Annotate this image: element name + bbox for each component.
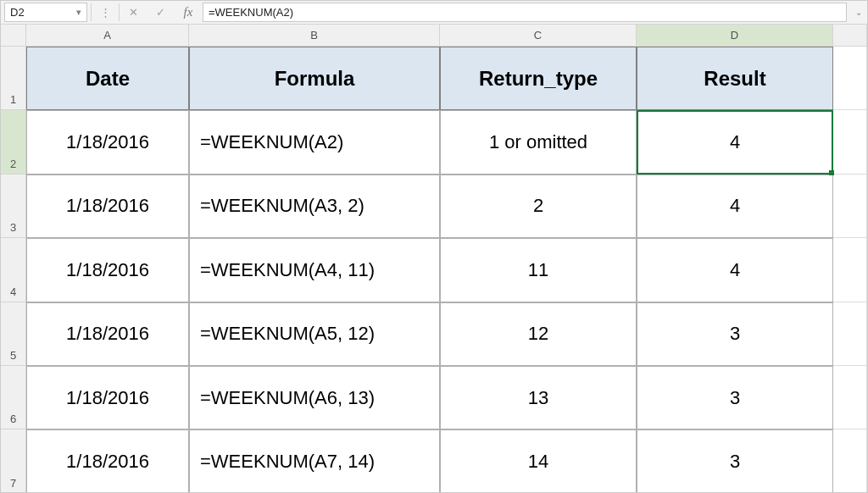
header-return-type[interactable]: Return_type (440, 47, 637, 110)
column-header-A[interactable]: A (26, 25, 189, 47)
name-box[interactable]: D2 ▾ (4, 3, 87, 22)
cell-A2[interactable]: 1/18/2016 (26, 110, 189, 174)
cell-D7[interactable]: 3 (637, 429, 833, 492)
column-header-blank[interactable] (833, 25, 867, 47)
chevron-down-icon[interactable]: ▾ (76, 7, 81, 18)
cell-blank[interactable] (833, 47, 867, 110)
cell-B4[interactable]: =WEEKNUM(A4, 11) (189, 238, 440, 302)
header-result[interactable]: Result (637, 47, 833, 110)
spreadsheet-grid[interactable]: A B C D 1 Date Formula Return_type Resul… (1, 25, 867, 492)
cell-B6[interactable]: =WEEKNUM(A6, 13) (189, 366, 440, 429)
select-all-corner[interactable] (1, 25, 26, 47)
row-header-1[interactable]: 1 (1, 47, 26, 110)
cell-C6[interactable]: 13 (440, 366, 637, 429)
cell-B7[interactable]: =WEEKNUM(A7, 14) (189, 429, 440, 492)
cell-B5[interactable]: =WEEKNUM(A5, 12) (189, 302, 440, 366)
cell-blank[interactable] (833, 238, 867, 302)
cell-blank[interactable] (833, 302, 867, 366)
column-header-B[interactable]: B (189, 25, 440, 47)
row-header-4[interactable]: 4 (1, 238, 26, 302)
cell-D2[interactable]: 4 (637, 110, 833, 174)
fx-icon[interactable]: fx (174, 1, 203, 24)
formula-text: =WEEKNUM(A2) (209, 6, 293, 19)
cell-C3[interactable]: 2 (440, 174, 637, 238)
cell-C7[interactable]: 14 (440, 429, 637, 492)
formula-expand-icon[interactable]: ⌄ (850, 1, 867, 24)
row-header-5[interactable]: 5 (1, 302, 26, 366)
cell-blank[interactable] (833, 366, 867, 429)
name-box-value: D2 (10, 6, 76, 19)
column-header-C[interactable]: C (440, 25, 637, 47)
cell-C2[interactable]: 1 or omitted (440, 110, 637, 174)
cell-A6[interactable]: 1/18/2016 (26, 366, 189, 429)
row-header-7[interactable]: 7 (1, 429, 26, 492)
cell-blank[interactable] (833, 174, 867, 238)
cell-D5[interactable]: 3 (637, 302, 833, 366)
cell-C4[interactable]: 11 (440, 238, 637, 302)
name-box-expand-icon[interactable]: ⋮ (92, 1, 119, 24)
row-header-2[interactable]: 2 (1, 110, 26, 174)
row-header-6[interactable]: 6 (1, 366, 26, 429)
cell-C5[interactable]: 12 (440, 302, 637, 366)
cell-blank[interactable] (833, 110, 867, 174)
cell-B2[interactable]: =WEEKNUM(A2) (189, 110, 440, 174)
formula-input[interactable]: =WEEKNUM(A2) (203, 3, 847, 22)
cell-A5[interactable]: 1/18/2016 (26, 302, 189, 366)
app-root: D2 ▾ ⋮ ✕ ✓ fx =WEEKNUM(A2) ⌄ A B C D 1 D… (0, 0, 868, 493)
cell-A7[interactable]: 1/18/2016 (26, 429, 189, 492)
cell-D4[interactable]: 4 (637, 238, 833, 302)
cell-B3[interactable]: =WEEKNUM(A3, 2) (189, 174, 440, 238)
row-header-3[interactable]: 3 (1, 174, 26, 238)
column-header-D[interactable]: D (637, 25, 833, 47)
cell-blank[interactable] (833, 429, 867, 492)
header-date[interactable]: Date (26, 47, 189, 110)
cell-D6[interactable]: 3 (637, 366, 833, 429)
cell-D3[interactable]: 4 (637, 174, 833, 238)
cancel-icon: ✕ (120, 1, 147, 24)
confirm-icon: ✓ (147, 1, 174, 24)
header-formula[interactable]: Formula (189, 47, 440, 110)
cell-A4[interactable]: 1/18/2016 (26, 238, 189, 302)
formula-bar: D2 ▾ ⋮ ✕ ✓ fx =WEEKNUM(A2) ⌄ (1, 1, 867, 25)
cell-A3[interactable]: 1/18/2016 (26, 174, 189, 238)
